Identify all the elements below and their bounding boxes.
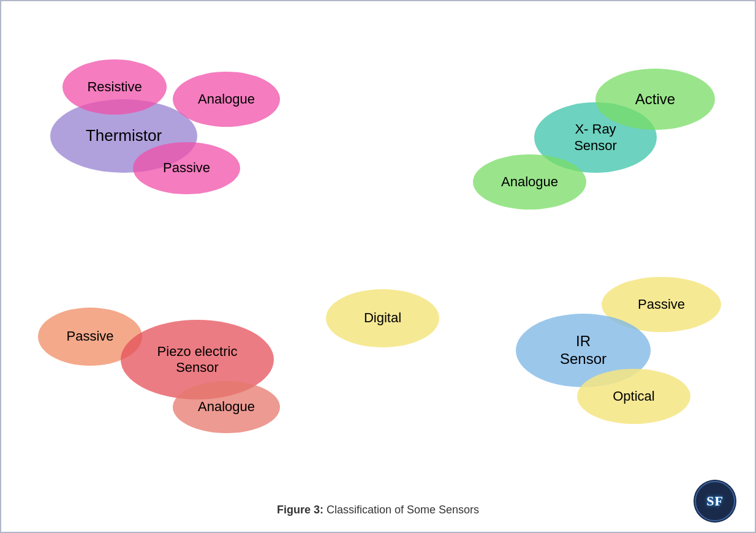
analogue-red-ellipse: Analogue <box>173 381 280 433</box>
xray-sensor-label: X- RaySensor <box>574 121 617 154</box>
resistive-label: Resistive <box>87 79 142 95</box>
sf-badge: SF <box>694 480 736 523</box>
active-green-ellipse: Active <box>595 69 715 130</box>
analogue-pink-ellipse: Analogue <box>173 72 280 127</box>
optical-yellow-ellipse: Optical <box>577 369 690 424</box>
resistive-ellipse: Resistive <box>62 59 167 115</box>
analogue-pink-label: Analogue <box>198 91 255 107</box>
passive-pink-ellipse: Passive <box>133 142 240 194</box>
analogue-green-ellipse: Analogue <box>473 154 586 210</box>
active-green-label: Active <box>635 91 675 108</box>
ir-sensor-label: IRSensor <box>560 333 607 368</box>
thermistor-label: Thermistor <box>86 126 162 145</box>
passive-yellow-label: Passive <box>638 297 685 312</box>
passive-orange-label: Passive <box>66 328 113 344</box>
figure-title: Figure 3: <box>277 504 323 516</box>
piezo-label: Piezo electricSensor <box>157 344 238 376</box>
analogue-green-label: Analogue <box>501 174 558 190</box>
sf-badge-ring <box>695 481 735 521</box>
digital-yellow-label: Digital <box>364 310 401 326</box>
diagram-area: Thermistor Resistive Analogue Passive X-… <box>1 1 756 491</box>
passive-pink-label: Passive <box>163 160 210 176</box>
figure-subtitle: Classification of Some Sensors <box>327 504 479 516</box>
optical-yellow-label: Optical <box>613 388 654 404</box>
figure-caption: Figure 3: Classification of Some Sensors <box>1 504 755 516</box>
digital-yellow-ellipse: Digital <box>326 289 439 347</box>
analogue-red-label: Analogue <box>198 399 255 415</box>
